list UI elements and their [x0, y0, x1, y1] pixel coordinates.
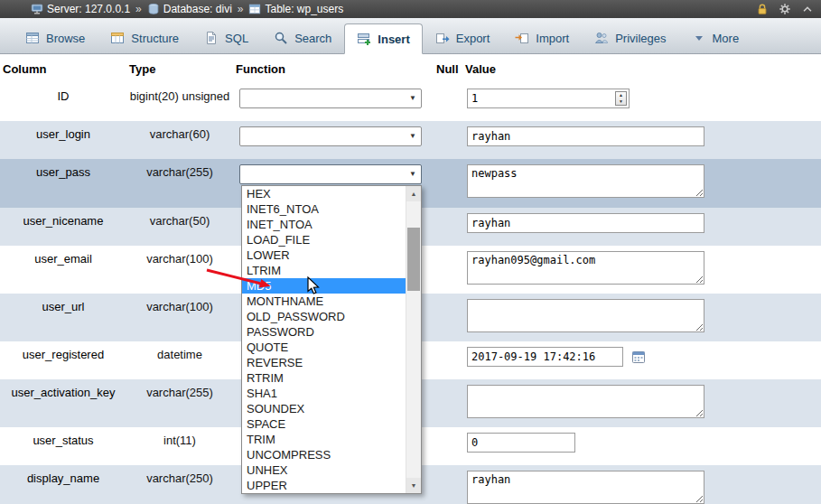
value-textarea-user-url[interactable] — [467, 299, 704, 332]
scrollbar-up-icon[interactable]: ▲ — [406, 186, 421, 201]
dropdown-option[interactable]: PASSWORD — [242, 324, 406, 340]
header-null: Null — [434, 62, 462, 76]
function-dropdown-list: HEX INET6_NTOA INET_NTOA LOAD_FILE LOWER… — [241, 185, 422, 494]
tab-label: Search — [294, 32, 331, 45]
tab-export[interactable]: Export — [423, 23, 503, 53]
tab-more[interactable]: More — [679, 23, 752, 53]
value-textarea-user-pass[interactable]: newpass — [467, 164, 704, 198]
value-input-user-registered[interactable] — [467, 347, 623, 367]
column-type: varchar(255) — [126, 159, 233, 208]
function-select[interactable]: ▼ — [239, 126, 422, 146]
breadcrumb-server[interactable]: Server: 127.0.0.1 — [31, 3, 130, 15]
dropdown-option-md5-highlighted[interactable]: MD5 — [242, 278, 406, 294]
browse-icon — [25, 31, 40, 45]
phpmyadmin-screen: Server: 127.0.0.1 » Database: divi » Tab… — [0, 0, 821, 504]
value-input-user-login[interactable] — [467, 126, 704, 146]
column-name: user_activation_key — [0, 379, 126, 427]
column-type: varchar(60) — [126, 121, 233, 159]
tab-label: Export — [456, 32, 490, 45]
tab-sql[interactable]: SQL — [191, 23, 261, 53]
column-name: user_registered — [0, 341, 126, 379]
breadcrumb-server-label: Server: 127.0.0.1 — [47, 3, 130, 15]
breadcrumb-table-label: Table: wp_users — [265, 3, 343, 15]
tab-label: Import — [536, 32, 569, 45]
column-name: user_login — [0, 121, 126, 159]
dropdown-option[interactable]: HEX — [242, 186, 406, 201]
spinner-up-icon[interactable]: ▲ — [619, 92, 623, 98]
scrollbar-thumb[interactable] — [407, 228, 420, 291]
tab-search[interactable]: Search — [261, 23, 344, 53]
search-icon — [274, 31, 288, 45]
breadcrumb-separator: » — [135, 3, 142, 15]
header-value: Value — [462, 62, 821, 76]
column-type: varchar(50) — [126, 208, 233, 246]
value-input-id[interactable] — [467, 89, 630, 108]
value-textarea-display-name[interactable]: rayhan — [467, 471, 704, 504]
tab-label: Insert — [378, 33, 409, 46]
scrollbar-down-icon[interactable]: ▼ — [406, 478, 421, 493]
topbar: Server: 127.0.0.1 » Database: divi » Tab… — [0, 0, 821, 18]
tab-import[interactable]: Import — [502, 23, 582, 53]
collapse-icon[interactable] — [801, 3, 814, 15]
gear-icon[interactable] — [779, 3, 791, 15]
null-cell — [434, 341, 462, 379]
dropdown-option[interactable]: RTRIM — [242, 370, 406, 386]
dropdown-option[interactable]: LOAD_FILE — [242, 232, 406, 247]
spinner-down-icon[interactable]: ▼ — [619, 98, 623, 105]
null-cell — [434, 83, 462, 121]
value-input-user-nicename[interactable] — [467, 213, 704, 233]
dropdown-option[interactable]: UNHEX — [242, 462, 406, 478]
null-cell — [434, 246, 462, 294]
breadcrumb-database[interactable]: Database: divi — [147, 3, 232, 15]
dropdown-option[interactable]: SOUNDEX — [242, 401, 406, 416]
server-icon — [31, 3, 43, 15]
tab-label: Browse — [46, 32, 85, 45]
breadcrumb-table[interactable]: Table: wp_users — [248, 3, 343, 15]
dropdown-option[interactable]: INET_NTOA — [242, 217, 406, 232]
null-cell — [434, 379, 462, 427]
dropdown-option[interactable]: REVERSE — [242, 355, 406, 370]
dropdown-option[interactable]: QUOTE — [242, 340, 406, 355]
tab-insert[interactable]: Insert — [344, 23, 422, 54]
dropdown-option[interactable]: LTRIM — [242, 263, 406, 278]
value-textarea-user-activation-key[interactable] — [467, 385, 704, 418]
dropdown-option[interactable]: UNCOMPRESS — [242, 447, 406, 462]
topbar-actions — [756, 3, 814, 15]
tab-label: Structure — [131, 32, 179, 45]
database-icon — [147, 3, 160, 15]
value-textarea-user-email[interactable]: rayhan095@gmail.com — [467, 251, 704, 285]
lock-icon[interactable] — [756, 3, 769, 15]
value-input-user-status[interactable] — [467, 433, 575, 453]
calendar-icon[interactable] — [631, 350, 646, 364]
chevron-down-icon: ▼ — [409, 94, 416, 103]
import-icon — [515, 31, 529, 45]
dropdown-option[interactable]: SHA1 — [242, 386, 406, 401]
table-row-id: ID bigint(20) unsigned ▼ ▲▼ — [0, 83, 821, 121]
null-cell — [434, 294, 462, 341]
dropdown-scrollbar[interactable]: ▲ ▼ — [406, 186, 421, 493]
dropdown-option[interactable]: LOWER — [242, 247, 406, 263]
column-type: int(11) — [126, 427, 233, 465]
tab-browse[interactable]: Browse — [13, 23, 98, 53]
dropdown-option[interactable]: UPPER — [242, 478, 406, 493]
dropdown-option[interactable]: SPACE — [242, 416, 406, 432]
dropdown-option[interactable]: INET6_NTOA — [242, 201, 406, 217]
null-cell — [434, 427, 462, 465]
tab-label: More — [713, 32, 740, 45]
column-type: varchar(255) — [126, 379, 233, 427]
function-select-open[interactable]: ▼ — [239, 164, 422, 184]
dropdown-option[interactable]: TRIM — [242, 432, 406, 447]
tab-structure[interactable]: Structure — [98, 23, 191, 53]
number-spinner[interactable]: ▲▼ — [615, 91, 627, 106]
header-column: Column — [0, 62, 126, 76]
dropdown-option[interactable]: MONTHNAME — [242, 294, 406, 309]
insert-icon — [357, 32, 371, 46]
function-select[interactable]: ▼ — [239, 89, 422, 108]
table-header-row: Column Type Function Null Value — [0, 54, 821, 83]
column-type: varchar(100) — [126, 246, 233, 294]
export-icon — [435, 31, 450, 45]
column-type: varchar(100) — [126, 294, 233, 341]
dropdown-option[interactable]: OLD_PASSWORD — [242, 309, 406, 324]
chevron-down-icon: ▼ — [409, 170, 416, 179]
tab-privileges[interactable]: Privileges — [582, 23, 678, 53]
